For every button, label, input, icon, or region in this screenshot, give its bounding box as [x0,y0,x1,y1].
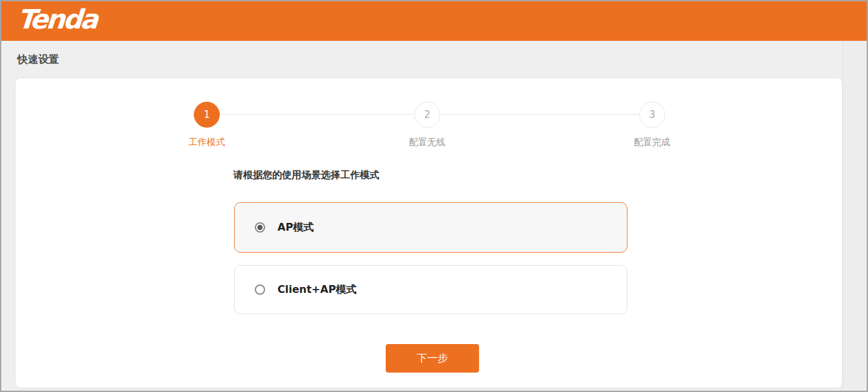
step-connector-1-2 [220,114,414,115]
option-client-ap-mode-label: Client+AP模式 [277,283,357,297]
app-window: Tenda 快速设置 1 2 3 工作模式 配置无线 配置完成 请根据您的使用场… [0,0,868,392]
header-bar: Tenda [1,1,867,41]
option-ap-mode-label: AP模式 [277,221,314,235]
next-step-button[interactable]: 下一步 [386,344,479,373]
step-3-label: 配置完成 [613,137,691,148]
step-2-label: 配置无线 [388,137,466,148]
radio-ap-mode[interactable] [255,222,265,233]
step-1-circle: 1 [194,102,220,128]
mode-select-prompt: 请根据您的使用场景选择工作模式 [233,169,379,181]
page-title: 快速设置 [18,53,59,67]
step-1-number: 1 [204,109,210,121]
setup-wizard-card: 1 2 3 工作模式 配置无线 配置完成 请根据您的使用场景选择工作模式 AP模… [16,78,842,387]
right-gutter [842,41,867,391]
step-connector-2-3 [441,114,639,115]
step-3-number: 3 [649,109,655,121]
option-client-ap-mode[interactable]: Client+AP模式 [234,265,628,314]
tenda-logo: Tenda [16,4,97,35]
option-ap-mode[interactable]: AP模式 [234,202,628,253]
step-1-label: 工作模式 [168,137,246,148]
step-2-circle: 2 [414,102,440,128]
radio-client-ap-mode[interactable] [255,284,265,295]
step-3-circle: 3 [639,102,665,128]
step-2-number: 2 [424,109,430,121]
